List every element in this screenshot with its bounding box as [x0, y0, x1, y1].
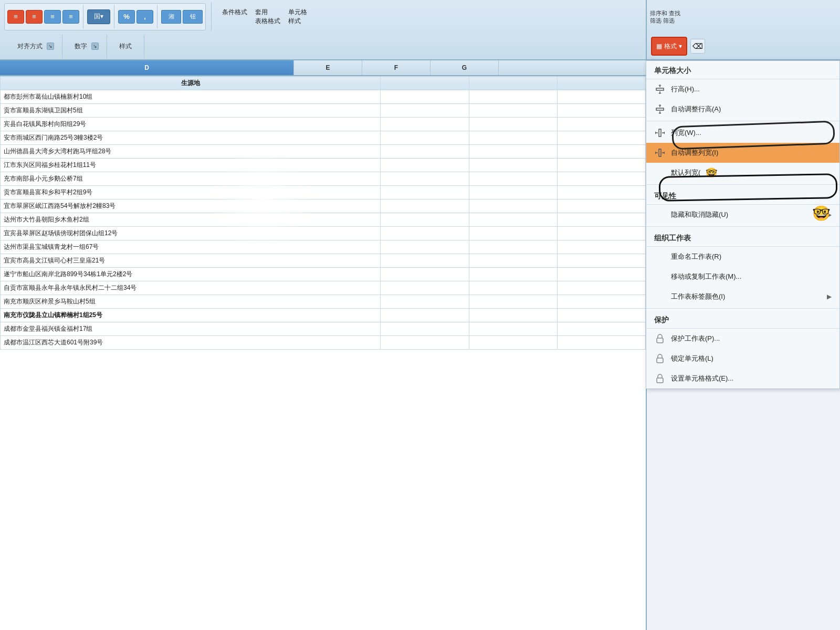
cell-8-2[interactable]: [469, 200, 557, 213]
col-width-item[interactable]: 列宽(W)...: [646, 123, 839, 143]
cell-14-0[interactable]: 自贡市富顺县永年县永年镇永民村二十二组34号: [1, 281, 381, 295]
cell-1-2[interactable]: [469, 104, 557, 118]
cell-7-0[interactable]: 贡市富顺县富和乡和平村2组9号: [1, 186, 381, 200]
cell-18-1[interactable]: [381, 336, 469, 350]
cell-11-2[interactable]: [469, 240, 557, 254]
cell-13-1[interactable]: [381, 268, 469, 281]
tab-color-item[interactable]: 工作表标签颜色(I) ▶: [646, 287, 839, 307]
table-row[interactable]: 都市彭州市葛仙山镇楠新村10组: [1, 90, 646, 104]
cell-icon-1[interactable]: 湘: [161, 10, 181, 24]
cell-6-0[interactable]: 充市南部县小元乡鹅公桥7组: [1, 172, 381, 186]
cell-style-label[interactable]: 单元格样式: [288, 8, 307, 26]
cell-14-1[interactable]: [381, 281, 469, 295]
cell-16-1[interactable]: [381, 309, 469, 322]
cell-icon-2[interactable]: 钮: [183, 10, 203, 24]
cell-17-3[interactable]: [557, 322, 645, 336]
auto-row-height-item[interactable]: 自动调整行高(A): [646, 99, 839, 119]
col-header-f[interactable]: F: [362, 60, 430, 75]
cell-15-3[interactable]: [557, 295, 645, 309]
cell-17-1[interactable]: [381, 322, 469, 336]
cell-0-2[interactable]: [469, 90, 557, 104]
table-row[interactable]: 成都市金堂县福兴镇金福村17组: [1, 322, 646, 336]
cell-5-0[interactable]: 江市东兴区同福乡桂花村1组11号: [1, 159, 381, 172]
cell-16-3[interactable]: [557, 309, 645, 322]
cell-0-0[interactable]: 都市彭州市葛仙山镇楠新村10组: [1, 90, 381, 104]
align-btn-2[interactable]: ≡: [26, 10, 43, 24]
format-button[interactable]: ▦ 格式 ▾: [651, 37, 687, 56]
cell-6-1[interactable]: [381, 172, 469, 186]
cell-11-3[interactable]: [557, 240, 645, 254]
cell-7-3[interactable]: [557, 186, 645, 200]
table-row[interactable]: 宜宾县翠屏区赵场镇傍现村团保山组12号: [1, 227, 646, 240]
table-row[interactable]: 贡市富顺县东湖镇卫国村5组: [1, 104, 646, 118]
auto-col-width-item[interactable]: 自动调整列宽(I): [646, 143, 839, 163]
cell-14-2[interactable]: [469, 281, 557, 295]
number-format-btn[interactable]: 国▾: [87, 9, 110, 24]
table-row[interactable]: 自贡市富顺县永年县永年镇永民村二十二组34号: [1, 281, 646, 295]
cell-2-1[interactable]: [381, 118, 469, 131]
cell-3-1[interactable]: [381, 131, 469, 145]
table-row[interactable]: 充市南部县小元乡鹅公桥7组: [1, 172, 646, 186]
cell-10-3[interactable]: [557, 227, 645, 240]
cell-16-2[interactable]: [469, 309, 557, 322]
table-row[interactable]: 南充市仪陇县立山镇桦楠村1组25号: [1, 309, 646, 322]
table-row[interactable]: 成都市温江区西芯大道601号附39号: [1, 336, 646, 350]
cell-10-1[interactable]: [381, 227, 469, 240]
col-header-e[interactable]: E: [294, 60, 362, 75]
table-row[interactable]: 遂宁市船山区南岸北路899号34栋1单元2楼2号: [1, 268, 646, 281]
cell-0-1[interactable]: [381, 90, 469, 104]
align-btn-1[interactable]: ≡: [7, 10, 24, 24]
cell-14-3[interactable]: [557, 281, 645, 295]
table-row[interactable]: 达州市大竹县朝阳乡木鱼村2组: [1, 213, 646, 227]
comma-btn[interactable]: ,: [136, 10, 153, 24]
cell-6-3[interactable]: [557, 172, 645, 186]
cell-18-0[interactable]: 成都市温江区西芯大道601号附39号: [1, 336, 381, 350]
cell-9-0[interactable]: 达州市大竹县朝阳乡木鱼村2组: [1, 213, 381, 227]
cell-1-1[interactable]: [381, 104, 469, 118]
cell-8-0[interactable]: 宜市翠屏区岷江西路54号解放村2幢83号: [1, 200, 381, 213]
table-row[interactable]: 宜宾市高县文江镇司心村三皇庙21号: [1, 254, 646, 268]
cell-0-3[interactable]: [557, 90, 645, 104]
cell-1-0[interactable]: 贡市富顺县东湖镇卫国村5组: [1, 104, 381, 118]
conditional-format-label[interactable]: 条件格式: [222, 8, 247, 26]
cell-9-2[interactable]: [469, 213, 557, 227]
cell-12-0[interactable]: 宜宾市高县文江镇司心村三皇庙21号: [1, 254, 381, 268]
set-format-item[interactable]: 设置单元格格式(E)...: [646, 369, 839, 388]
cell-9-1[interactable]: [381, 213, 469, 227]
cell-3-2[interactable]: [469, 131, 557, 145]
percent-btn[interactable]: %: [118, 10, 135, 24]
cell-15-2[interactable]: [469, 295, 557, 309]
default-col-width-item[interactable]: 默认列宽( 🤓: [646, 163, 839, 183]
table-format-label[interactable]: 套用表格格式: [255, 8, 280, 26]
cell-18-3[interactable]: [557, 336, 645, 350]
cell-7-1[interactable]: [381, 186, 469, 200]
table-row[interactable]: 宾县白花镇凤形村向阳组29号: [1, 118, 646, 131]
table-row[interactable]: 达州市渠县宝城镇青龙村一组67号: [1, 240, 646, 254]
cell-2-2[interactable]: [469, 118, 557, 131]
cell-4-1[interactable]: [381, 145, 469, 159]
align-btn-4[interactable]: ≡: [62, 10, 79, 24]
cell-17-0[interactable]: 成都市金堂县福兴镇金福村17组: [1, 322, 381, 336]
cell-4-0[interactable]: 山州德昌县大湾乡大湾村跑马坪组28号: [1, 145, 381, 159]
cell-15-0[interactable]: 南充市顺庆区梓景乡马鞍山村5组: [1, 295, 381, 309]
cell-13-2[interactable]: [469, 268, 557, 281]
cell-6-2[interactable]: [469, 172, 557, 186]
cell-13-3[interactable]: [557, 268, 645, 281]
align-expander[interactable]: ↘: [47, 43, 54, 50]
eraser-btn[interactable]: ⌫: [690, 39, 705, 54]
col-header-d[interactable]: D: [0, 60, 294, 75]
table-row[interactable]: 贡市富顺县富和乡和平村2组9号: [1, 186, 646, 200]
cell-3-0[interactable]: 安市雨城区西门南路25号3幢3楼2号: [1, 131, 381, 145]
cell-12-3[interactable]: [557, 254, 645, 268]
row-height-item[interactable]: 行高(H)...: [646, 79, 839, 99]
table-row[interactable]: 山州德昌县大湾乡大湾村跑马坪组28号: [1, 145, 646, 159]
number-expander[interactable]: ↘: [91, 43, 99, 50]
move-copy-item[interactable]: 移动或复制工作表(M)...: [646, 267, 839, 287]
cell-17-2[interactable]: [469, 322, 557, 336]
table-row[interactable]: 南充市顺庆区梓景乡马鞍山村5组: [1, 295, 646, 309]
cell-13-0[interactable]: 遂宁市船山区南岸北路899号34栋1单元2楼2号: [1, 268, 381, 281]
cell-3-3[interactable]: [557, 131, 645, 145]
cell-10-0[interactable]: 宜宾县翠屏区赵场镇傍现村团保山组12号: [1, 227, 381, 240]
cell-7-2[interactable]: [469, 186, 557, 200]
table-row[interactable]: 宜市翠屏区岷江西路54号解放村2幢83号: [1, 200, 646, 213]
